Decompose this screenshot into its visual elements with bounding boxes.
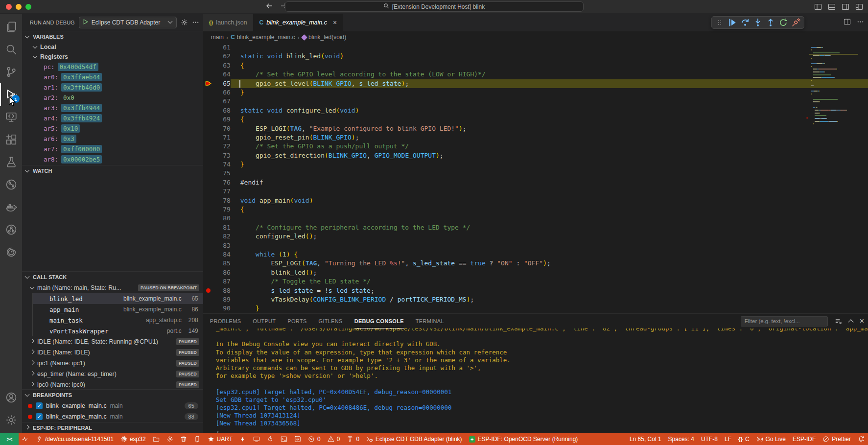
breadcrumb-item[interactable]: main	[211, 34, 224, 41]
activity-run-and-debug[interactable]: 1	[0, 83, 22, 106]
gutter[interactable]	[203, 151, 214, 160]
status-notifications[interactable]	[854, 433, 868, 445]
breadcrumb-item[interactable]: blink_led(void)	[302, 34, 346, 41]
close-panel-icon[interactable]: ×	[860, 317, 864, 325]
register-row[interactable]: ar2:0x0	[22, 93, 203, 103]
status-idf-terminal[interactable]	[277, 433, 291, 445]
activity-settings[interactable]	[0, 409, 22, 431]
register-row[interactable]: ar6:0x3	[22, 134, 203, 144]
gutter[interactable]	[203, 106, 214, 115]
status-flash[interactable]	[236, 433, 250, 445]
stack-frame[interactable]: blink_ledblink_example_main.c65	[32, 293, 203, 304]
activity-docker[interactable]	[0, 196, 22, 218]
peripheral-section-header[interactable]: ESP-IDF: PERIPHERAL	[22, 422, 203, 433]
zoom-window-button[interactable]	[25, 4, 31, 10]
breadcrumb-item[interactable]: Cblink_example_main.c	[231, 34, 295, 41]
gutter[interactable]	[203, 241, 214, 250]
layout-secondary-sidebar-icon[interactable]	[842, 3, 849, 11]
activity-esp-idf-explorer[interactable]	[0, 173, 22, 196]
gutter[interactable]	[203, 250, 214, 259]
gutter[interactable]	[203, 259, 214, 268]
gutter[interactable]	[203, 52, 214, 61]
register-row[interactable]: ar4:0x3ffb4924	[22, 113, 203, 123]
activity-testing[interactable]	[0, 151, 22, 173]
debug-restart-button[interactable]	[777, 17, 789, 28]
variables-section-header[interactable]: VARIABLES	[22, 31, 203, 42]
gutter[interactable]	[203, 142, 214, 151]
command-center-search[interactable]: [Extension Development Host] blink	[285, 1, 584, 12]
status-cursor-position[interactable]: Ln 65, Col 1	[626, 433, 665, 445]
launch-config-dropdown[interactable]: Eclipse CDT GDB Adapter	[79, 17, 177, 28]
debug-disconnect-button[interactable]	[790, 17, 802, 28]
register-row[interactable]: pc:0x400d54df	[22, 62, 203, 72]
status-select-project[interactable]	[149, 433, 163, 445]
clear-console-icon[interactable]	[835, 318, 842, 325]
panel-tab-ports[interactable]: PORTS	[287, 314, 306, 328]
thread-row[interactable]: IDLE (Name: IDLE, State: Running @CPU1)P…	[22, 336, 203, 347]
debug-settings-gear-icon[interactable]	[181, 19, 188, 26]
gutter[interactable]	[203, 160, 214, 169]
gutter[interactable]	[203, 124, 214, 133]
status-indentation[interactable]: Spaces: 4	[665, 433, 698, 445]
status-debug-session[interactable]: Eclipse CDT GDB Adapter (blink)	[363, 433, 466, 445]
gutter[interactable]	[203, 178, 214, 187]
panel-tab-gitlens[interactable]: GITLENS	[319, 314, 343, 328]
panel-tab-debug-console[interactable]: DEBUG CONSOLE	[354, 314, 404, 328]
close-window-button[interactable]	[6, 4, 12, 10]
status-build-flash-monitor[interactable]	[263, 433, 277, 445]
debug-step-over-button[interactable]	[739, 17, 751, 28]
gutter[interactable]	[203, 268, 214, 277]
status-prettier[interactable]: Prettier	[819, 433, 854, 445]
gutter[interactable]	[203, 169, 214, 178]
status-ports-forwarded[interactable]: 0	[343, 433, 363, 445]
register-row[interactable]: ar7:0xff000000	[22, 144, 203, 154]
layout-sidebar-icon[interactable]	[814, 3, 822, 11]
breakpoint-dot-icon[interactable]	[203, 286, 214, 295]
more-actions-icon[interactable]	[857, 18, 864, 27]
debug-continue-button[interactable]	[727, 17, 738, 28]
activity-explorer[interactable]	[0, 16, 22, 38]
status-custom-task[interactable]	[291, 433, 305, 445]
status-language-mode[interactable]: {}C	[735, 433, 753, 445]
gutter[interactable]	[203, 214, 214, 223]
close-icon[interactable]: ×	[333, 19, 337, 26]
gutter[interactable]	[203, 61, 214, 70]
activity-source-control[interactable]	[0, 61, 22, 83]
layout-customize-icon[interactable]	[855, 3, 863, 11]
status-menuconfig[interactable]	[163, 433, 177, 445]
layout-panel-icon[interactable]	[828, 3, 836, 11]
console-filter-input[interactable]	[741, 316, 828, 327]
status-flash-method[interactable]: UART	[204, 433, 236, 445]
status-openocd-server[interactable]: +ESP-IDF: OpenOCD Server (Running)	[466, 433, 582, 445]
toolbar-grip-icon[interactable]	[714, 17, 726, 28]
breakpoint-row[interactable]: ✓blink_example_main.cmain65	[22, 400, 203, 411]
gutter[interactable]	[203, 97, 214, 106]
activity-timeline[interactable]	[0, 218, 22, 241]
scope-local[interactable]: Local	[22, 42, 203, 52]
watch-section-header[interactable]: WATCH	[22, 165, 203, 176]
minimize-window-button[interactable]	[16, 4, 22, 10]
status-full-clean[interactable]	[177, 433, 190, 445]
maximize-panel-icon[interactable]	[848, 319, 853, 325]
gutter[interactable]	[203, 196, 214, 205]
thread-main[interactable]: main (Name: main, State: Ru... PAUSED ON…	[22, 282, 203, 293]
breakpoints-section-header[interactable]: BREAKPOINTS	[22, 390, 203, 400]
register-row[interactable]: ar3:0x3ffb4944	[22, 103, 203, 113]
tab-blink_example_main.c[interactable]: Cblink_example_main.c×	[254, 14, 344, 31]
gutter[interactable]	[203, 88, 214, 97]
breakpoint-row[interactable]: ✓blink_example_main.cmain88	[22, 411, 203, 422]
gutter[interactable]	[203, 133, 214, 142]
activity-extensions[interactable]	[0, 128, 22, 151]
breakpoint-arrow-icon[interactable]	[203, 79, 214, 88]
status-esp-idf-version[interactable]: ESP-IDF	[789, 433, 819, 445]
register-row[interactable]: ar8:0x00002be5	[22, 154, 203, 164]
gutter[interactable]	[203, 304, 214, 313]
thread-row[interactable]: ipc1 (Name: ipc1)PAUSED	[22, 358, 203, 369]
stack-frame[interactable]: vPortTaskWrapperport.c149	[32, 326, 203, 336]
remote-indicator[interactable]: ><	[0, 433, 19, 445]
status-warnings[interactable]: 0	[324, 433, 344, 445]
gutter[interactable]	[203, 223, 214, 232]
activity-remote-explorer[interactable]	[0, 106, 22, 128]
register-row[interactable]: ar5:0x10	[22, 123, 203, 134]
activity-search[interactable]	[0, 38, 22, 61]
